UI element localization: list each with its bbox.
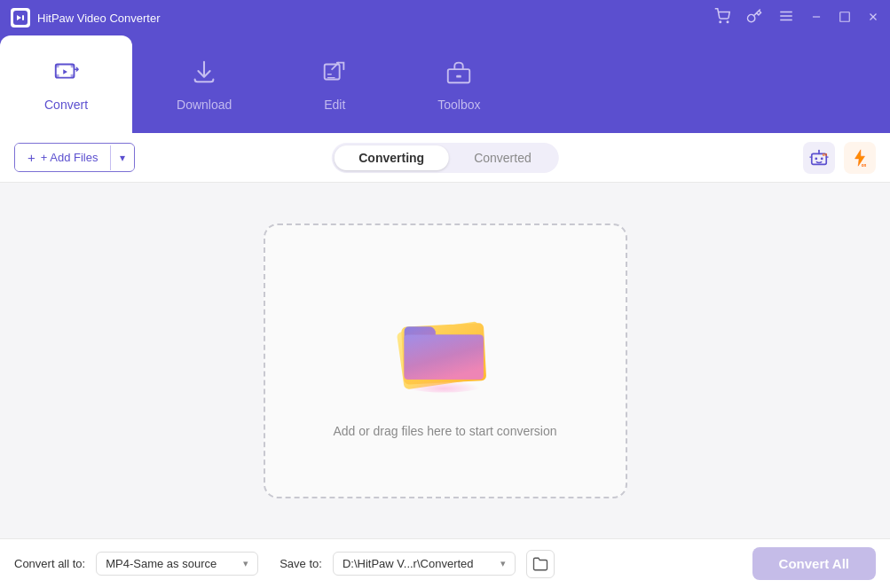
maximize-button[interactable] — [839, 11, 851, 26]
svg-rect-18 — [457, 74, 462, 77]
key-icon[interactable] — [746, 8, 762, 27]
folder-illustration — [379, 284, 512, 408]
svg-point-3 — [727, 21, 729, 23]
svg-text:on: on — [823, 153, 828, 157]
save-path-arrow: ▾ — [500, 558, 506, 569]
title-bar: HitPaw Video Converter — [0, 0, 890, 35]
format-select[interactable]: MP4-Same as source ▾ — [96, 552, 258, 576]
app-title: HitPaw Video Converter — [37, 12, 161, 25]
bottom-bar: Convert all to: MP4-Same as source ▾ Sav… — [0, 538, 890, 588]
minimize-button[interactable] — [810, 11, 823, 26]
sub-tabs: Converting Converted — [331, 143, 558, 173]
subtab-converted[interactable]: Converted — [449, 145, 556, 170]
cart-icon[interactable] — [714, 8, 730, 27]
svg-rect-8 — [840, 12, 850, 21]
subtab-converting-label: Converting — [358, 151, 424, 165]
convert-icon — [52, 58, 81, 92]
drop-zone[interactable]: Add or drag files here to start conversi… — [264, 223, 627, 498]
add-files-dropdown-arrow[interactable]: ▾ — [110, 145, 134, 170]
chevron-down-icon: ▾ — [120, 152, 125, 164]
svg-point-23 — [818, 149, 820, 151]
svg-rect-30 — [404, 334, 483, 379]
title-bar-left: HitPaw Video Converter — [11, 8, 161, 27]
svg-point-2 — [720, 21, 721, 23]
svg-point-21 — [821, 157, 823, 160]
ai-enhance-button[interactable]: on — [803, 142, 835, 174]
subtab-converted-label: Converted — [474, 151, 532, 165]
svg-rect-1 — [22, 15, 24, 20]
tab-toolbox[interactable]: Toolbox — [393, 35, 524, 133]
tab-edit[interactable]: Edit — [276, 35, 393, 133]
download-icon — [190, 58, 218, 92]
format-select-arrow: ▾ — [243, 558, 248, 569]
title-bar-controls — [714, 8, 879, 27]
gpu-acceleration-button[interactable]: on — [844, 142, 876, 174]
menu-icon[interactable] — [778, 8, 794, 27]
add-files-label: + Add Files — [41, 151, 98, 164]
plus-icon: + — [28, 150, 35, 165]
main-content: Add or drag files here to start conversi… — [0, 183, 890, 538]
svg-rect-15 — [70, 74, 74, 77]
svg-point-20 — [815, 157, 817, 160]
browse-folder-button[interactable] — [526, 550, 555, 578]
convert-all-to-label: Convert all to: — [14, 557, 85, 570]
app-logo — [11, 8, 30, 27]
convert-all-button[interactable]: Convert All — [752, 547, 876, 580]
svg-rect-14 — [70, 64, 74, 67]
tab-convert-label: Convert — [44, 98, 88, 112]
svg-text:on: on — [862, 163, 867, 168]
subtab-converting[interactable]: Converting — [334, 145, 449, 170]
svg-point-31 — [398, 372, 489, 392]
edit-icon — [320, 58, 349, 92]
save-path-value: D:\HitPaw V...r\Converted — [343, 557, 474, 570]
tab-convert[interactable]: Convert — [0, 35, 132, 133]
tab-download-label: Download — [177, 98, 232, 112]
svg-rect-12 — [55, 64, 59, 67]
sub-header: + + Add Files ▾ Converting Converted — [0, 133, 890, 183]
tab-download[interactable]: Download — [132, 35, 276, 133]
format-value: MP4-Same as source — [106, 557, 217, 570]
header-right-icons: on on — [803, 142, 876, 174]
add-files-button[interactable]: + + Add Files ▾ — [14, 143, 135, 172]
tab-edit-label: Edit — [324, 98, 345, 112]
close-button[interactable] — [867, 11, 879, 26]
svg-rect-13 — [55, 74, 59, 77]
add-files-main: + + Add Files — [15, 144, 110, 171]
nav-bar: Convert Download Edit — [0, 35, 890, 133]
drop-zone-text: Add or drag files here to start conversi… — [333, 424, 556, 438]
toolbox-icon — [445, 58, 473, 92]
tab-toolbox-label: Toolbox — [437, 98, 480, 112]
save-to-label: Save to: — [280, 557, 322, 570]
save-path-select[interactable]: D:\HitPaw V...r\Converted ▾ — [333, 552, 516, 576]
